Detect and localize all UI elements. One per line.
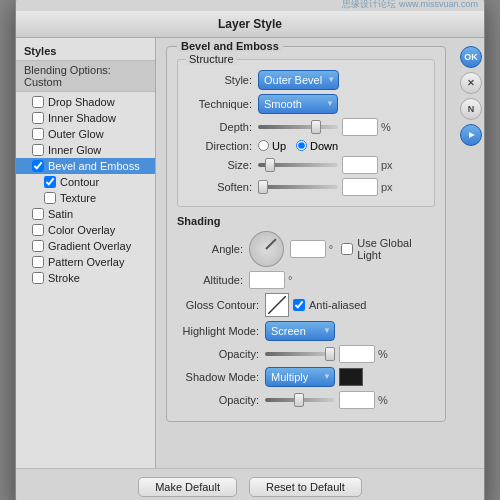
shading-subsection: Shading Angle: 135 ° Use Global Ligh <box>177 215 435 409</box>
highlight-opacity-unit: % <box>378 348 388 360</box>
sidebar-item-drop-shadow[interactable]: Drop Shadow <box>16 94 155 110</box>
angle-label: Angle: <box>177 243 249 255</box>
altitude-input[interactable]: 32 <box>249 271 285 289</box>
shading-title: Shading <box>177 215 435 227</box>
inner-shadow-checkbox[interactable] <box>32 112 44 124</box>
angle-unit: ° <box>329 243 333 255</box>
cancel-button[interactable]: ✕ <box>460 72 482 94</box>
altitude-unit: ° <box>288 274 292 286</box>
direction-label: Direction: <box>186 140 258 152</box>
anti-alias-checkbox[interactable] <box>293 299 305 311</box>
global-light-checkbox[interactable] <box>341 243 353 255</box>
inner-glow-checkbox[interactable] <box>32 144 44 156</box>
size-row: Size: 5 px <box>186 156 426 174</box>
highlight-opacity-input[interactable]: 100 <box>339 345 375 363</box>
angle-input[interactable]: 135 <box>290 240 326 258</box>
technique-row: Technique: Smooth <box>186 94 426 114</box>
gradient-overlay-checkbox[interactable] <box>32 240 44 252</box>
sidebar-item-stroke[interactable]: Stroke <box>16 270 155 286</box>
sidebar-item-bevel-emboss[interactable]: Bevel and Emboss <box>16 158 155 174</box>
sidebar-item-inner-shadow[interactable]: Inner Shadow <box>16 110 155 126</box>
side-buttons-panel: OK ✕ N ▶ <box>456 38 484 468</box>
depth-slider[interactable] <box>258 125 338 129</box>
stroke-checkbox[interactable] <box>32 272 44 284</box>
direction-radio-group: Up Down <box>258 140 338 152</box>
shadow-mode-dropdown[interactable]: Multiply <box>265 367 335 387</box>
bottom-bar: Make Default Reset to Default <box>16 468 484 501</box>
sidebar-item-texture[interactable]: Texture <box>16 190 155 206</box>
size-slider[interactable] <box>258 163 338 167</box>
technique-dropdown[interactable]: Smooth <box>258 94 338 114</box>
bevel-emboss-checkbox[interactable] <box>32 160 44 172</box>
angle-widget[interactable] <box>249 231 284 267</box>
highlight-opacity-row: Opacity: 100 % <box>177 345 435 363</box>
outer-glow-checkbox[interactable] <box>32 128 44 140</box>
style-dropdown[interactable]: Outer Bevel <box>258 70 339 90</box>
ok-button[interactable]: OK <box>460 46 482 68</box>
soften-input[interactable]: 0 <box>342 178 378 196</box>
contour-preview[interactable] <box>265 293 289 317</box>
sidebar-item-gradient-overlay[interactable]: Gradient Overlay <box>16 238 155 254</box>
style-row: Style: Outer Bevel <box>186 70 426 90</box>
watermark: 思缘设计论坛 www.missvuan.com <box>16 0 484 11</box>
pattern-overlay-checkbox[interactable] <box>32 256 44 268</box>
highlight-mode-dropdown[interactable]: Screen <box>265 321 335 341</box>
depth-unit: % <box>381 121 391 133</box>
sidebar-title: Styles <box>16 42 155 60</box>
blending-options-header[interactable]: Blending Options: Custom <box>16 60 155 92</box>
contour-svg <box>268 296 286 314</box>
direction-down-option[interactable]: Down <box>296 140 338 152</box>
sidebar-item-satin[interactable]: Satin <box>16 206 155 222</box>
gloss-contour-row: Gloss Contour: Anti-aliased <box>177 293 435 317</box>
soften-label: Soften: <box>186 181 258 193</box>
texture-checkbox[interactable] <box>44 192 56 204</box>
altitude-label: Altitude: <box>177 274 249 286</box>
sidebar: Styles Blending Options: Custom Drop Sha… <box>16 38 156 468</box>
shadow-opacity-input[interactable]: 49 <box>339 391 375 409</box>
new-style-button[interactable]: N <box>460 98 482 120</box>
depth-row: Depth: 261 % <box>186 118 426 136</box>
structure-subsection: Structure Style: Outer Bevel Technique: <box>177 59 435 207</box>
soften-slider[interactable] <box>258 185 338 189</box>
shadow-opacity-row: Opacity: 49 % <box>177 391 435 409</box>
sidebar-item-color-overlay[interactable]: Color Overlay <box>16 222 155 238</box>
direction-up-radio[interactable] <box>258 140 269 151</box>
angle-line <box>266 238 277 249</box>
size-label: Size: <box>186 159 258 171</box>
direction-row: Direction: Up Down <box>186 140 426 152</box>
technique-label: Technique: <box>186 98 258 110</box>
direction-down-radio[interactable] <box>296 140 307 151</box>
shadow-opacity-label: Opacity: <box>177 394 265 406</box>
bevel-emboss-title: Bevel and Emboss <box>177 40 283 52</box>
highlight-mode-row: Highlight Mode: Screen <box>177 321 435 341</box>
color-overlay-checkbox[interactable] <box>32 224 44 236</box>
size-input[interactable]: 5 <box>342 156 378 174</box>
highlight-opacity-label: Opacity: <box>177 348 265 360</box>
sidebar-item-contour[interactable]: Contour <box>16 174 155 190</box>
sidebar-item-inner-glow[interactable]: Inner Glow <box>16 142 155 158</box>
drop-shadow-checkbox[interactable] <box>32 96 44 108</box>
make-default-button[interactable]: Make Default <box>138 477 237 497</box>
reset-to-default-button[interactable]: Reset to Default <box>249 477 362 497</box>
depth-label: Depth: <box>186 121 258 133</box>
depth-input[interactable]: 261 <box>342 118 378 136</box>
shadow-opacity-unit: % <box>378 394 388 406</box>
anti-alias-row: Anti-aliased <box>293 299 366 311</box>
style-label: Style: <box>186 74 258 86</box>
altitude-row: Altitude: 32 ° <box>177 271 435 289</box>
size-unit: px <box>381 159 393 171</box>
global-light-row: Use Global Light <box>341 237 435 261</box>
soften-row: Soften: 0 px <box>186 178 426 196</box>
shadow-color-swatch[interactable] <box>339 368 363 386</box>
sidebar-item-pattern-overlay[interactable]: Pattern Overlay <box>16 254 155 270</box>
layer-style-dialog: 思缘设计论坛 www.missvuan.com Layer Style Styl… <box>15 0 485 500</box>
direction-up-option[interactable]: Up <box>258 140 286 152</box>
highlight-opacity-slider[interactable] <box>265 352 335 356</box>
preview-button[interactable]: ▶ <box>460 124 482 146</box>
dialog-title: Layer Style <box>16 11 484 38</box>
shadow-opacity-slider[interactable] <box>265 398 335 402</box>
sidebar-item-outer-glow[interactable]: Outer Glow <box>16 126 155 142</box>
satin-checkbox[interactable] <box>32 208 44 220</box>
soften-unit: px <box>381 181 393 193</box>
contour-checkbox[interactable] <box>44 176 56 188</box>
